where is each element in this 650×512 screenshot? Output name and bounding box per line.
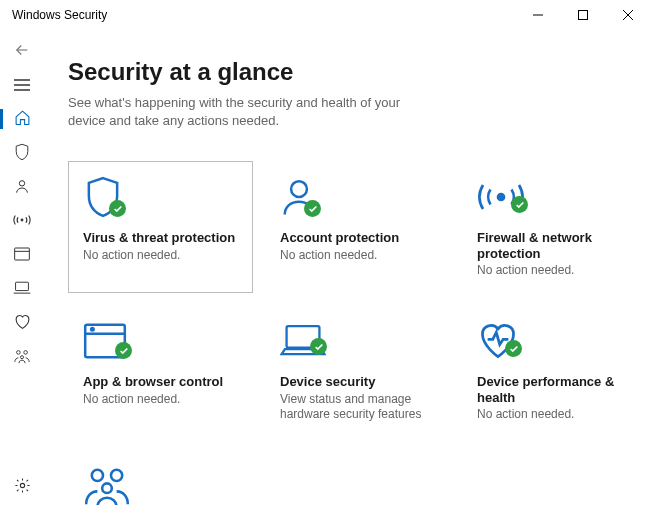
family-icon [13, 348, 31, 367]
status-ok-icon [505, 340, 522, 357]
sidebar-item-virus[interactable] [0, 136, 44, 170]
tile-title: Virus & threat protection [83, 230, 238, 246]
svg-point-14 [21, 355, 24, 358]
page-title: Security at a glance [68, 58, 626, 86]
close-button[interactable] [605, 0, 650, 30]
tile-account[interactable]: Account protection No action needed. [265, 161, 450, 293]
main-content: Security at a glance See what's happenin… [44, 30, 650, 512]
titlebar: Windows Security [0, 0, 650, 30]
svg-point-7 [19, 180, 24, 185]
family-icon [83, 465, 131, 508]
tile-virus[interactable]: Virus & threat protection No action need… [68, 161, 253, 293]
svg-point-22 [92, 470, 103, 481]
status-ok-icon [109, 200, 126, 217]
status-ok-icon [304, 200, 321, 217]
tile-subtitle: No action needed. [280, 248, 435, 263]
sidebar-item-firewall[interactable] [0, 204, 44, 238]
svg-point-24 [102, 483, 112, 493]
tile-title: Firewall & network protection [477, 230, 632, 261]
svg-point-23 [111, 470, 122, 481]
tile-subtitle: No action needed. [477, 263, 632, 278]
svg-point-16 [291, 181, 307, 197]
sidebar-item-family[interactable] [0, 340, 44, 374]
sidebar-item-performance[interactable] [0, 306, 44, 340]
signal-icon [13, 212, 31, 231]
laptop-icon [13, 281, 31, 298]
window-title: Windows Security [12, 8, 515, 22]
svg-point-20 [91, 328, 94, 331]
tile-subtitle: View status and manage hardware security… [280, 392, 435, 422]
svg-point-15 [20, 483, 24, 487]
sidebar-item-home[interactable] [0, 102, 44, 136]
shield-icon [14, 143, 30, 164]
gear-icon [14, 477, 31, 497]
svg-point-17 [498, 194, 504, 200]
svg-point-8 [21, 219, 23, 221]
svg-point-13 [24, 350, 28, 354]
tile-firewall[interactable]: Firewall & network protection No action … [462, 161, 647, 293]
status-ok-icon [115, 342, 132, 359]
tile-title: Device security [280, 374, 435, 390]
back-button[interactable] [0, 36, 44, 64]
svg-point-12 [17, 350, 21, 354]
status-ok-icon [511, 196, 528, 213]
sidebar-item-account[interactable] [0, 170, 44, 204]
page-intro: See what's happening with the security a… [68, 94, 428, 129]
svg-rect-11 [16, 282, 29, 290]
home-icon [14, 109, 31, 129]
svg-rect-9 [15, 248, 30, 260]
person-icon [14, 177, 30, 198]
svg-rect-1 [578, 11, 587, 20]
tile-performance[interactable]: Device performance & health No action ne… [462, 305, 647, 437]
minimize-button[interactable] [515, 0, 560, 30]
tile-subtitle: No action needed. [83, 392, 238, 407]
tile-appbrowser[interactable]: App & browser control No action needed. [68, 305, 253, 437]
tile-subtitle: No action needed. [83, 248, 238, 263]
tile-title: App & browser control [83, 374, 238, 390]
maximize-button[interactable] [560, 0, 605, 30]
tile-title: Account protection [280, 230, 435, 246]
tile-family[interactable] [68, 449, 253, 512]
tile-title: Device performance & health [477, 374, 632, 405]
sidebar-item-settings[interactable] [0, 470, 44, 504]
sidebar-item-appbrowser[interactable] [0, 238, 44, 272]
hamburger-menu[interactable] [0, 68, 44, 102]
sidebar-item-device[interactable] [0, 272, 44, 306]
tile-subtitle: No action needed. [477, 407, 632, 422]
security-tiles: Virus & threat protection No action need… [68, 161, 626, 512]
tile-device[interactable]: Device security View status and manage h… [265, 305, 450, 437]
window-icon [14, 247, 30, 264]
heart-icon [14, 314, 31, 333]
sidebar [0, 30, 44, 512]
